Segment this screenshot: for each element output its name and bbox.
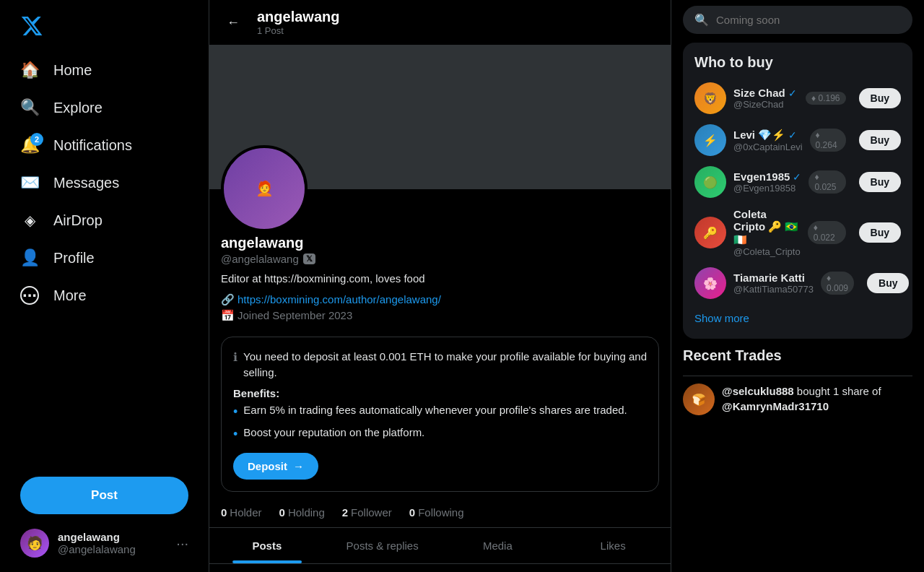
back-button[interactable]: ← — [221, 10, 245, 35]
stats-row: 0 Holder 0 Holding 2 Follower 0 Followin… — [209, 498, 671, 528]
buy-item-tiamarie: 🌸 Tiamarie Katti @KattiTiama50773 ♦ 0.00… — [694, 267, 901, 299]
profile-joined: 📅 Joined September 2023 — [221, 309, 659, 322]
buy-item-name-row-3: Evgen1985 ✓ — [733, 170, 801, 183]
sidebar-item-label: More — [53, 287, 87, 304]
sidebar-user-handle: @angelalawang — [58, 543, 167, 555]
buy-button-3[interactable]: Buy — [859, 172, 901, 192]
buy-item-avatar-3: 🟢 — [694, 166, 726, 198]
buy-item-info-4: Coleta Cripto 🔑 🇧🇷🇮🇪 @Coleta_Cripto — [733, 208, 801, 257]
buy-item-levi: ⚡ Levi 💎⚡ ✓ @0xCaptainLevi ♦ 0.264 Buy — [694, 124, 901, 156]
bullet-icon-1: • — [233, 402, 237, 422]
buy-item-price-3: ♦ 0.025 — [808, 170, 845, 194]
sidebar: 🏠 Home 🔍 Explore 🔔 2 Notifications ✉️ Me… — [0, 0, 209, 572]
who-to-buy-title: Who to buy — [694, 54, 901, 71]
deposit-arrow-icon: → — [293, 460, 304, 472]
trade-text-1: @selcuklu888 bought 1 share of @KamrynMa… — [722, 384, 912, 414]
deposit-card-header: ℹ You need to deposit at least 0.001 ETH… — [233, 349, 647, 381]
buy-item-size-chad: 🦁 Size Chad ✓ @SizeChad ♦ 0.196 Buy — [694, 82, 901, 114]
buy-button-2[interactable]: Buy — [859, 130, 901, 150]
buy-item-handle-3: @Evgen19858 — [733, 183, 801, 194]
trade-buyer[interactable]: @selcuklu888 — [722, 385, 794, 397]
sidebar-item-label: Notifications — [53, 137, 132, 154]
tab-likes-label: Likes — [601, 540, 626, 552]
benefit-item-1: • Earn 5% in trading fees automatically … — [233, 402, 647, 422]
sidebar-item-profile[interactable]: 👤 Profile — [9, 240, 200, 276]
stat-following[interactable]: 0 Following — [409, 506, 464, 519]
holding-label: Holding — [288, 506, 325, 519]
sidebar-item-explore[interactable]: 🔍 Explore — [9, 90, 200, 126]
buy-item-price-4: ♦ 0.022 — [808, 221, 846, 244]
joined-text: Joined September 2023 — [237, 309, 352, 321]
following-count: 0 — [409, 506, 415, 519]
tab-media-label: Media — [483, 540, 513, 552]
sidebar-item-airdrop[interactable]: ◈ AirDrop — [9, 202, 200, 238]
right-sidebar: 🔍 Who to buy 🦁 Size Chad ✓ @SizeChad ♦ 0… — [671, 0, 924, 572]
sidebar-item-more[interactable]: ··· More — [9, 277, 200, 313]
recent-trades-title: Recent Trades — [683, 347, 912, 364]
trade-target[interactable]: @KamrynMadr31710 — [722, 400, 829, 412]
buy-item-avatar-2: ⚡ — [694, 124, 726, 156]
mail-icon: ✉️ — [20, 173, 39, 192]
sidebar-item-label: Home — [53, 62, 92, 79]
buy-button-1[interactable]: Buy — [859, 88, 901, 108]
link-icon: 🔗 — [221, 293, 235, 306]
logo[interactable] — [9, 6, 200, 49]
buy-item-name-5: Tiamarie Katti — [733, 272, 805, 284]
sidebar-item-notifications[interactable]: 🔔 2 Notifications — [9, 127, 200, 163]
stat-holding[interactable]: 0 Holding — [279, 506, 325, 519]
calendar-icon: 📅 — [221, 309, 235, 322]
search-bar[interactable]: 🔍 — [683, 6, 912, 34]
buy-item-info-2: Levi 💎⚡ ✓ @0xCaptainLevi — [733, 129, 803, 152]
stat-holder[interactable]: 0 Holder — [221, 506, 262, 519]
tab-posts-replies[interactable]: Posts & replies — [325, 528, 440, 563]
verified-icon-2: ✓ — [788, 129, 797, 141]
tab-media[interactable]: Media — [440, 528, 556, 563]
verified-icon-3: ✓ — [793, 171, 801, 183]
show-more-button[interactable]: Show more — [694, 309, 901, 327]
more-icon: ··· — [20, 286, 39, 305]
holder-label: Holder — [230, 506, 261, 519]
profile-handle-row: @angelalawang 𝕏 — [221, 253, 659, 265]
diamond-icon-2: ♦ — [816, 130, 820, 140]
buy-item-price-2: ♦ 0.264 — [810, 129, 846, 152]
stat-follower[interactable]: 2 Follower — [342, 506, 392, 519]
header-user-info: angelawang 1 Post — [257, 9, 339, 36]
trade-action-label: bought — [797, 385, 830, 397]
benefits-label: Benefits: — [233, 387, 647, 399]
buy-item-name-row-2: Levi 💎⚡ ✓ — [733, 129, 803, 142]
explore-icon: 🔍 — [20, 98, 39, 117]
sidebar-item-home[interactable]: 🏠 Home — [9, 52, 200, 88]
diamond-icon-3: ♦ — [814, 172, 819, 182]
buy-item-coleta: 🔑 Coleta Cripto 🔑 🇧🇷🇮🇪 @Coleta_Cripto ♦ … — [694, 208, 901, 257]
sidebar-item-messages[interactable]: ✉️ Messages — [9, 165, 200, 201]
diamond-icon-4: ♦ — [814, 222, 818, 233]
profile-link[interactable]: 🔗 https://boxmining.com/author/angelawan… — [221, 293, 659, 306]
tab-likes[interactable]: Likes — [555, 528, 671, 563]
benefit-item-2: • Boost your reputation on the platform. — [233, 425, 647, 444]
buy-item-name-row-4: Coleta Cripto 🔑 🇧🇷🇮🇪 — [733, 208, 801, 246]
buy-item-name-row-1: Size Chad ✓ — [733, 87, 798, 99]
search-icon: 🔍 — [694, 13, 709, 27]
profile-bio: Editor at https://boxmining.com, loves f… — [221, 271, 659, 287]
following-label: Following — [418, 506, 463, 519]
post-button[interactable]: Post — [20, 477, 188, 514]
buy-button-4[interactable]: Buy — [859, 222, 901, 243]
bullet-icon-2: • — [233, 425, 237, 444]
holding-count: 0 — [279, 506, 285, 519]
tab-posts[interactable]: Posts — [209, 528, 325, 563]
follower-count: 2 — [342, 506, 348, 519]
sidebar-user-more-icon[interactable]: ··· — [176, 535, 188, 552]
search-input[interactable] — [716, 14, 901, 26]
who-to-buy-section: Who to buy 🦁 Size Chad ✓ @SizeChad ♦ 0.1… — [683, 43, 912, 339]
verified-icon-1: ✓ — [788, 87, 797, 99]
diamond-icon-1: ♦ — [811, 93, 818, 103]
deposit-button[interactable]: Deposit → — [233, 453, 318, 480]
trade-amount-val: 1 share of — [833, 385, 881, 397]
profile-header-top: ← angelawang 1 Post — [209, 0, 671, 45]
sidebar-user[interactable]: 🧑 angelawang @angelalawang ··· — [9, 520, 200, 566]
sidebar-user-info: angelawang @angelalawang — [58, 531, 167, 555]
buy-button-5[interactable]: Buy — [867, 273, 909, 293]
notification-badge: 2 — [30, 133, 43, 146]
buy-item-name-4: Coleta Cripto 🔑 🇧🇷🇮🇪 — [733, 208, 801, 246]
follower-label: Follower — [351, 506, 392, 519]
